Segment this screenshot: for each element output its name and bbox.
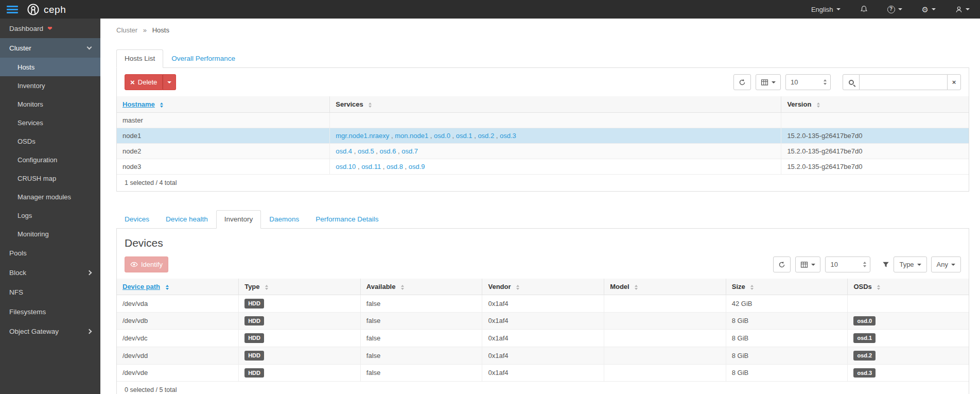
page-size-input[interactable] xyxy=(826,257,861,272)
service-link[interactable]: osd.6 xyxy=(374,147,396,155)
sidebar-item-pools[interactable]: Pools xyxy=(0,243,100,263)
search-input[interactable] xyxy=(860,74,947,90)
service-link[interactable]: osd.3 xyxy=(494,132,516,140)
model-column-header[interactable]: Model xyxy=(604,279,726,295)
service-link[interactable]: osd.10 xyxy=(336,163,356,170)
tab-performance-details[interactable]: Performance Details xyxy=(307,210,387,229)
host-row-node1[interactable]: node1 mgr.node1.nraexymon.node1osd.0osd.… xyxy=(117,128,969,144)
sidebar-item-cluster[interactable]: Cluster xyxy=(0,38,100,58)
vendor-column-header[interactable]: Vendor xyxy=(482,279,604,295)
page-size-input[interactable] xyxy=(786,75,821,90)
service-link[interactable]: osd.5 xyxy=(352,147,374,155)
size-column-header[interactable]: Size xyxy=(726,279,848,295)
sidebar-item-configuration[interactable]: Configuration xyxy=(0,150,100,169)
service-link[interactable]: osd.4 xyxy=(336,147,352,155)
device-row-vdd[interactable]: /dev/vdd HDD false 0x1af4 8 GiB osd.2 xyxy=(117,347,969,364)
host-row-master[interactable]: master xyxy=(117,113,969,128)
type-filter-dropdown[interactable]: Type xyxy=(894,256,926,272)
sidebar-item-crush-map[interactable]: CRUSH map xyxy=(0,169,100,187)
sidebar-item-monitoring[interactable]: Monitoring xyxy=(0,225,100,243)
delete-button[interactable]: × Delete xyxy=(125,74,163,90)
sidebar-item-monitors[interactable]: Monitors xyxy=(0,95,100,113)
host-row-node3[interactable]: node3 osd.10osd.11osd.8osd.9 15.2.0-135-… xyxy=(117,159,969,175)
refresh-button[interactable] xyxy=(773,256,791,272)
refresh-button[interactable] xyxy=(733,74,751,90)
sidebar-item-dashboard[interactable]: Dashboard ❤ xyxy=(0,19,100,38)
type-filter-value: Any xyxy=(937,261,948,268)
hostname-cell: node2 xyxy=(117,144,330,159)
tab-daemons[interactable]: Daemons xyxy=(261,210,307,229)
device-row-vdc[interactable]: /dev/vdc HDD false 0x1af4 8 GiB osd.1 xyxy=(117,330,969,347)
tab-inventory[interactable]: Inventory xyxy=(216,210,261,229)
cluster-submenu: Hosts Inventory Monitors Services OSDs C… xyxy=(0,58,100,243)
osds-cell: osd.3 xyxy=(848,364,969,382)
service-link[interactable]: osd.11 xyxy=(356,163,381,170)
decrement-button[interactable] xyxy=(824,83,827,85)
increment-button[interactable] xyxy=(863,262,866,264)
tab-hosts-list[interactable]: Hosts List xyxy=(116,49,163,68)
hosts-table: Hostname Services Version master xyxy=(117,96,969,175)
service-link[interactable]: mon.node1 xyxy=(389,132,428,140)
available-cell: false xyxy=(360,347,482,364)
menu-toggle-button[interactable] xyxy=(0,0,25,19)
search-button[interactable] xyxy=(843,74,860,90)
services-column-header[interactable]: Services xyxy=(330,96,781,113)
sidebar-item-manager-modules[interactable]: Manager modules xyxy=(0,187,100,206)
services-cell: osd.4osd.5osd.6osd.7 xyxy=(330,144,781,159)
service-link[interactable]: osd.2 xyxy=(472,132,495,140)
chevron-down-icon xyxy=(772,81,776,83)
type-filter-value-dropdown[interactable]: Any xyxy=(931,256,961,272)
decrement-button[interactable] xyxy=(863,265,866,267)
sidebar-item-object-gateway[interactable]: Object Gateway xyxy=(0,321,100,341)
sidebar-item-inventory[interactable]: Inventory xyxy=(0,76,100,95)
delete-dropdown-toggle[interactable] xyxy=(163,74,176,90)
sidebar-item-filesystems[interactable]: Filesystems xyxy=(0,302,100,321)
notifications-button[interactable] xyxy=(860,5,868,13)
increment-button[interactable] xyxy=(824,79,827,81)
chevron-down-icon xyxy=(898,8,902,10)
sidebar-item-osds[interactable]: OSDs xyxy=(0,132,100,150)
tab-devices[interactable]: Devices xyxy=(116,210,157,229)
user-icon xyxy=(955,6,962,13)
sidebar-item-hosts[interactable]: Hosts xyxy=(0,58,100,76)
sidebar-item-logs[interactable]: Logs xyxy=(0,206,100,225)
sidebar-item-nfs[interactable]: NFS xyxy=(0,282,100,302)
sidebar-item-label: NFS xyxy=(9,288,23,296)
language-menu[interactable]: English xyxy=(811,6,841,13)
clear-search-button[interactable]: × xyxy=(947,74,961,90)
service-link[interactable]: mgr.node1.nraexy xyxy=(336,132,389,140)
device-filter-group: Type Any xyxy=(882,256,961,272)
column-toggle-button[interactable] xyxy=(795,256,820,272)
tab-device-health[interactable]: Device health xyxy=(157,210,216,229)
breadcrumb-cluster-link[interactable]: Cluster xyxy=(116,26,137,34)
service-link[interactable]: osd.7 xyxy=(396,147,418,155)
sidebar-item-block[interactable]: Block xyxy=(0,263,100,282)
service-link[interactable]: osd.0 xyxy=(428,132,450,140)
settings-menu[interactable]: ⚙ xyxy=(922,6,936,13)
type-column-header[interactable]: Type xyxy=(239,279,361,295)
help-menu[interactable]: ? xyxy=(887,6,902,13)
vendor-cell: 0x1af4 xyxy=(482,330,604,347)
service-link[interactable]: osd.9 xyxy=(403,163,425,170)
service-link[interactable]: osd.8 xyxy=(381,163,403,170)
table-columns-icon xyxy=(761,79,768,86)
device-row-vde[interactable]: /dev/vde HDD false 0x1af4 8 GiB osd.3 xyxy=(117,364,969,382)
device-path-column-header[interactable]: Device path xyxy=(117,279,239,295)
version-column-header[interactable]: Version xyxy=(781,96,969,113)
tab-overall-performance[interactable]: Overall Performance xyxy=(163,49,243,68)
hostname-column-header[interactable]: Hostname xyxy=(117,96,330,113)
host-row-node2[interactable]: node2 osd.4osd.5osd.6osd.7 15.2.0-135-g2… xyxy=(117,144,969,159)
device-row-vda[interactable]: /dev/vda HDD false 0x1af4 42 GiB xyxy=(117,295,969,313)
identify-button[interactable]: Identify xyxy=(125,256,168,272)
devices-heading: Devices xyxy=(117,229,969,250)
osds-column-header[interactable]: OSDs xyxy=(848,279,969,295)
column-toggle-button[interactable] xyxy=(756,74,781,90)
column-label: Size xyxy=(732,283,745,290)
sidebar-item-label: Dashboard xyxy=(9,25,43,32)
user-menu[interactable] xyxy=(955,6,970,13)
device-row-vdb[interactable]: /dev/vdb HDD false 0x1af4 8 GiB osd.0 xyxy=(117,312,969,330)
sidebar-item-services[interactable]: Services xyxy=(0,113,100,132)
osds-cell: osd.1 xyxy=(848,330,969,347)
available-column-header[interactable]: Available xyxy=(360,279,482,295)
service-link[interactable]: osd.1 xyxy=(450,132,472,140)
